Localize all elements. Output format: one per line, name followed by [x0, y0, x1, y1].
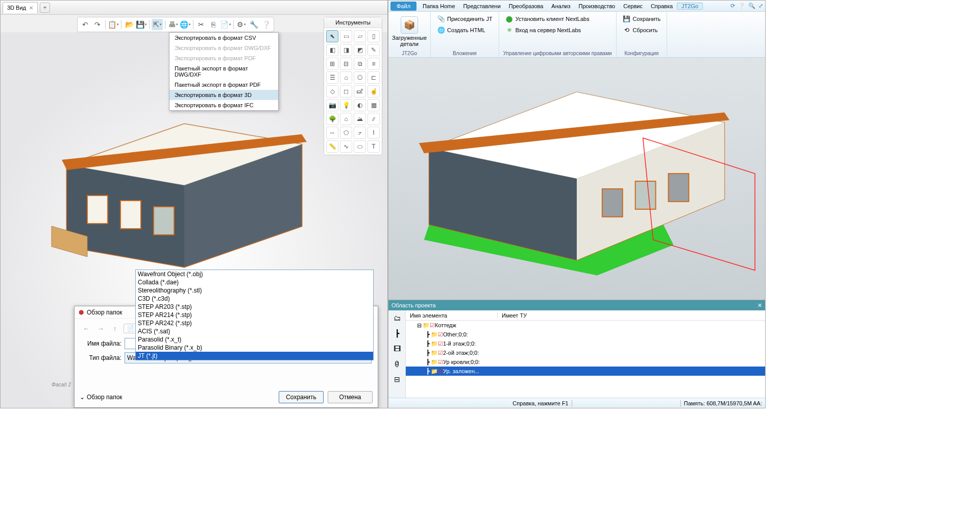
checkbox-icon[interactable]: ☑ — [438, 331, 443, 338]
menu-service[interactable]: Сервис — [619, 3, 647, 9]
tree-row[interactable]: ⊟📁☑Коттедж — [406, 321, 765, 330]
export-menu-item[interactable]: Экспортировать в формат 3D — [169, 90, 278, 100]
filetype-option[interactable]: Collada (*.dae) — [136, 278, 373, 286]
export-menu-item[interactable]: Пакетный экспорт в формат DWG/DXF — [169, 63, 278, 80]
undo-icon[interactable]: ↶ — [80, 19, 91, 30]
text-tool-icon[interactable]: T — [368, 140, 380, 153]
eraser3-tool-icon[interactable]: ◩ — [354, 44, 366, 56]
open-icon[interactable]: 📂 — [124, 19, 135, 30]
attach-jt-button[interactable]: 📎Присоединить JT — [435, 14, 495, 24]
filetype-option[interactable]: STEP AR242 (*.stp) — [136, 319, 373, 327]
cut-icon[interactable]: ✂ — [195, 19, 207, 30]
col-name[interactable]: Имя элемента — [406, 312, 498, 319]
column-tool-icon[interactable]: ⎔ — [354, 71, 366, 84]
tree-row[interactable]: ┣📁☑Other;0;0: — [406, 330, 765, 339]
help-icon[interactable]: ❔ — [260, 19, 272, 30]
redo-icon[interactable]: ↷ — [92, 19, 103, 30]
nav-back-icon[interactable]: ← — [81, 323, 92, 334]
tree-tool-icon[interactable]: 🌳 — [326, 113, 338, 125]
select-tool-icon[interactable]: ⬉ — [326, 30, 338, 42]
door-tool-icon[interactable]: ⊟ — [340, 58, 352, 70]
clone-tool-icon[interactable]: ⧉ — [354, 58, 366, 70]
filetype-option[interactable]: STEP AR203 (*.stp) — [136, 303, 373, 311]
light-tool-icon[interactable]: 💡 — [340, 99, 352, 111]
tree-view-icon[interactable]: 🗂 — [391, 312, 403, 324]
print-icon[interactable]: 🖶 — [167, 19, 179, 30]
export-menu-item[interactable]: Экспортировать в формат CSV — [169, 33, 278, 43]
stairs-tool-icon[interactable]: ☰ — [326, 71, 338, 84]
save-button[interactable]: Сохранить — [279, 391, 324, 403]
measure-tool-icon[interactable]: 📏 — [326, 140, 338, 153]
wire-tool-icon[interactable]: ⌇ — [368, 127, 380, 139]
settings-icon[interactable]: ⚙ — [236, 19, 247, 30]
eraser-tool-icon[interactable]: ◧ — [326, 44, 338, 56]
close-icon[interactable]: ✕ — [29, 5, 33, 11]
filetype-option[interactable]: Parasolid Binary (*.x_b) — [136, 344, 373, 352]
volume-tool-icon[interactable]: ⬠ — [340, 127, 352, 139]
texture-tool-icon[interactable]: ▦ — [368, 99, 380, 111]
checkbox-icon[interactable]: ☑ — [438, 368, 443, 375]
col-tu[interactable]: Имеет ТУ — [498, 312, 531, 319]
globe-icon[interactable]: 🌐 — [180, 19, 191, 30]
filetype-option[interactable]: Stereolithography (*.stl) — [136, 286, 373, 295]
tree-row[interactable]: ┣📁☑2-ой этаж;0;0: — [406, 348, 765, 357]
paste-icon[interactable]: 📄 — [220, 19, 231, 30]
export-menu-item[interactable]: Пакетный экспорт в формат PDF — [169, 80, 278, 90]
menu-help[interactable]: Справка — [647, 3, 677, 9]
line-tool-icon[interactable]: ▱ — [354, 30, 366, 42]
furniture-tool-icon[interactable]: 🛋 — [354, 85, 366, 98]
marquee-tool-icon[interactable]: ▭ — [340, 30, 352, 42]
menu-home[interactable]: Папка Home — [419, 3, 459, 9]
login-server-button[interactable]: ✳Вход на сервер NextLabs — [503, 25, 583, 35]
pen-tool-icon[interactable]: ✎ — [368, 44, 380, 56]
create-html-button[interactable]: 🌐Создать HTML — [435, 25, 487, 35]
reset-config-button[interactable]: ⟲Сбросить — [621, 25, 660, 35]
callout-tool-icon[interactable]: ⬭ — [354, 140, 366, 153]
rect-tool-icon[interactable]: ▯ — [368, 30, 380, 42]
element-tool-icon[interactable]: ◇ — [326, 85, 338, 98]
sync-icon[interactable]: ⟳ — [730, 3, 735, 9]
search-icon[interactable]: 🔍 — [748, 3, 755, 9]
project-tree[interactable]: Имя элемента Имеет ТУ ⊟📁☑Коттедж┣📁☑Other… — [406, 310, 765, 398]
filetype-option[interactable]: STEP AR214 (*.stp) — [136, 311, 373, 319]
nav-fwd-icon[interactable]: → — [95, 323, 106, 334]
material-tool-icon[interactable]: ◐ — [354, 99, 366, 111]
eraser2-tool-icon[interactable]: ◨ — [340, 44, 352, 56]
menu-transform[interactable]: Преобразова — [505, 3, 548, 9]
menu-analysis[interactable]: Анализ — [547, 3, 574, 9]
checkbox-icon[interactable]: ☑ — [438, 359, 443, 366]
house-tool-icon[interactable]: ⌂ — [340, 113, 352, 125]
layer-tool-icon[interactable]: ≡ — [368, 58, 380, 70]
expand-icon[interactable]: ⤢ — [758, 3, 763, 9]
save-icon[interactable]: 💾 — [136, 19, 147, 30]
window-tool-icon[interactable]: ⊞ — [326, 58, 338, 70]
menu-jt2go[interactable]: JT2Go — [677, 3, 703, 10]
loaded-parts-button[interactable]: 📦 Загруженные детали — [393, 15, 426, 48]
menu-file[interactable]: Файл — [390, 2, 416, 11]
roof-tool-icon[interactable]: ⌂ — [340, 71, 352, 84]
copy-icon[interactable]: ⎘ — [208, 19, 219, 30]
beam-tool-icon[interactable]: ⊏ — [368, 71, 380, 84]
viewport-3d-right[interactable] — [388, 58, 765, 300]
install-client-button[interactable]: ⬤Установить клиент NextLabs — [503, 14, 592, 24]
layers-icon[interactable]: ⊟ — [391, 374, 403, 385]
checkbox-icon[interactable]: ☑ — [430, 322, 435, 329]
cancel-button[interactable]: Отмена — [328, 391, 373, 403]
new-tab-button[interactable]: + — [40, 3, 50, 13]
tree-row[interactable]: ┣📁☑Ур кровли;0;0: — [406, 357, 765, 367]
tree-row[interactable]: ┣📁☑1-й этаж;0;0: — [406, 339, 765, 348]
tab-3d-view[interactable]: 3D Вид ✕ — [3, 2, 38, 13]
filetype-option[interactable]: Parasolid (*.x_t) — [136, 335, 373, 344]
export-icon[interactable]: ⇱ — [152, 19, 163, 30]
checkbox-icon[interactable]: ☑ — [438, 350, 443, 356]
help-icon[interactable]: ❔ — [738, 3, 745, 9]
road-tool-icon[interactable]: ⫽ — [368, 113, 380, 125]
menu-production[interactable]: Производство — [575, 3, 620, 9]
wrench-icon[interactable]: 🔧 — [248, 19, 259, 30]
pipe-tool-icon[interactable]: ⦢ — [354, 127, 366, 139]
export-menu-item[interactable]: Экспортировать в формат IFC — [169, 100, 278, 110]
filetype-option[interactable]: C3D (*.c3d) — [136, 295, 373, 303]
menu-view[interactable]: Представлени — [459, 3, 505, 9]
filetype-option[interactable]: ACIS (*.sat) — [136, 327, 373, 335]
checkbox-icon[interactable]: ☑ — [438, 340, 443, 347]
